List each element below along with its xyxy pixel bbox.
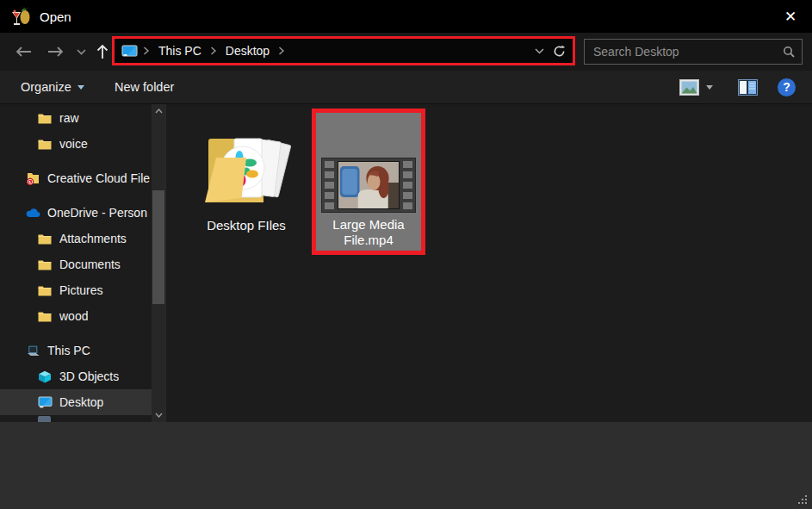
views-dropdown-chevron-icon[interactable] <box>706 71 713 103</box>
up-arrow-icon[interactable] <box>91 33 114 71</box>
breadcrumb: This PCDesktop <box>115 39 535 63</box>
folder-icon <box>38 138 53 151</box>
address-bar[interactable]: This PCDesktop <box>112 36 575 65</box>
refresh-icon[interactable] <box>553 45 566 58</box>
dialog-footer: File name: All files (*.*) Open Cancel <box>0 422 812 509</box>
folder-icon <box>38 258 53 271</box>
3d-objects-icon <box>38 370 53 383</box>
resize-grip[interactable] <box>798 502 800 504</box>
slack-folder-icon <box>201 127 291 213</box>
onedrive-icon <box>26 207 40 220</box>
breadcrumb-chevron-icon[interactable] <box>273 47 290 55</box>
sidebar-item-label: raw <box>59 111 79 125</box>
sidebar-scrollbar[interactable] <box>152 104 165 422</box>
search-icon[interactable] <box>783 46 795 58</box>
folder-icon <box>38 112 53 125</box>
thumbnail-views-icon[interactable] <box>679 71 699 103</box>
sidebar-item-creative-cloud-file[interactable]: Creative Cloud File <box>0 165 152 191</box>
organize-button[interactable]: Organize <box>21 71 84 103</box>
scrollbar-thumb[interactable] <box>152 190 164 304</box>
search-input[interactable] <box>592 44 783 59</box>
this-pc-icon <box>26 345 40 357</box>
titlebar: Open ✕ <box>0 0 812 33</box>
folder-icon <box>38 233 53 245</box>
dialog-content: rawvoiceCreative Cloud FileOneDrive - Pe… <box>0 104 812 422</box>
video-thumbnail <box>321 158 416 213</box>
sidebar-item-label: Attachments <box>59 232 127 245</box>
preview-pane-icon[interactable] <box>738 71 758 103</box>
sidebar-item-label: Documents <box>59 258 121 271</box>
scroll-up-icon[interactable] <box>152 104 165 118</box>
desktop-icon <box>38 396 53 409</box>
file-large-media[interactable]: Large Media File.mp4 <box>312 109 425 255</box>
navigation-bar: This PCDesktop <box>0 33 812 71</box>
address-dropdown-chevron-icon[interactable] <box>535 48 544 54</box>
sidebar-item-label: Desktop <box>59 395 103 409</box>
sidebar-item-label: wood <box>59 309 88 323</box>
sidebar-item-voice[interactable]: voice <box>0 131 152 157</box>
back-arrow-icon[interactable] <box>10 33 36 71</box>
chevron-down-icon <box>77 85 84 90</box>
new-folder-button[interactable]: New folder <box>115 71 174 103</box>
recent-locations-chevron-icon[interactable] <box>72 33 90 71</box>
breadcrumb-chevron-icon[interactable] <box>138 47 155 55</box>
search-box[interactable] <box>584 39 803 65</box>
sidebar-item-desktop[interactable]: Desktop <box>0 389 152 415</box>
sidebar-item-3d-objects[interactable]: 3D Objects <box>0 363 152 389</box>
help-icon[interactable]: ? <box>778 71 796 103</box>
video-frame-image <box>338 162 399 208</box>
sidebar-item-onedrive-person[interactable]: OneDrive - Person <box>0 200 152 226</box>
sidebar-item-raw[interactable]: raw <box>0 105 152 131</box>
computer-icon <box>121 45 138 58</box>
sidebar-item-this-pc[interactable]: This PC <box>0 338 152 363</box>
scroll-down-icon[interactable] <box>152 408 165 422</box>
navigation-pane: rawvoiceCreative Cloud FileOneDrive - Pe… <box>0 104 166 422</box>
breadcrumb-item[interactable]: This PC <box>155 44 205 58</box>
breadcrumb-chevron-icon[interactable] <box>205 47 222 55</box>
sidebar-item-pictures[interactable]: Pictures <box>0 277 152 303</box>
sidebar-item-label: 3D Objects <box>59 369 119 383</box>
breadcrumb-item[interactable]: Desktop <box>222 44 273 58</box>
file-label: Large Media File.mp4 <box>321 217 416 248</box>
sidebar-item-documents[interactable]: Documents <box>0 251 152 277</box>
sidebar-item-attachments[interactable]: Attachments <box>0 226 152 251</box>
command-toolbar: Organize New folder ? <box>0 71 812 104</box>
file-label: Desktop FIles <box>207 218 286 233</box>
folder-icon <box>38 310 53 323</box>
sidebar-item-wood[interactable]: wood <box>0 303 152 329</box>
sidebar-item-label: voice <box>59 137 88 151</box>
close-icon[interactable]: ✕ <box>769 0 812 33</box>
sidebar-item-label: Pictures <box>59 283 103 297</box>
handbrake-app-icon <box>11 7 32 26</box>
sidebar-item-label: This PC <box>47 344 90 357</box>
folder-icon <box>38 284 53 297</box>
creative-cloud-folder-icon <box>26 172 40 185</box>
sidebar-item-partial <box>38 416 51 422</box>
sidebar-item-label: OneDrive - Person <box>47 206 147 220</box>
sidebar-item-label: Creative Cloud File <box>47 171 150 185</box>
forward-arrow-icon[interactable] <box>43 33 69 71</box>
file-desktop-files[interactable]: Desktop FIles <box>194 111 299 253</box>
window-title: Open <box>40 9 71 24</box>
open-dialog-window: Open ✕ This PCDesktop <box>0 0 812 509</box>
